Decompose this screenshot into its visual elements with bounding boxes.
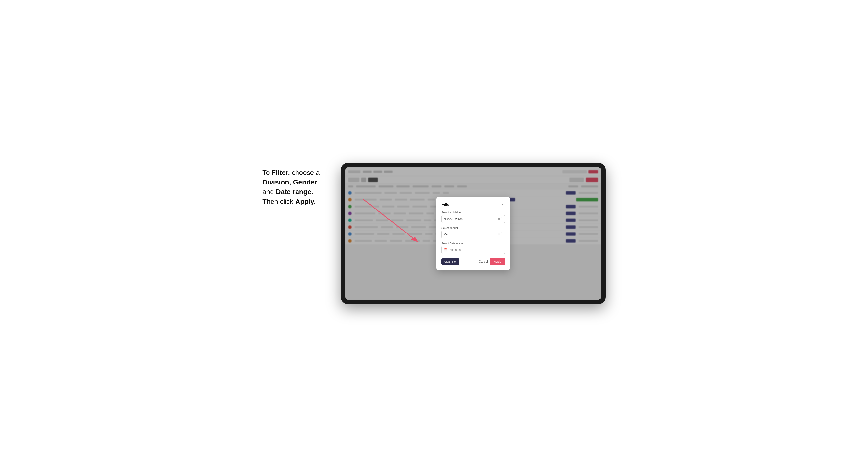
division-arrow-icon: ⌃⌄ <box>501 216 503 222</box>
instruction-bold4: Apply. <box>295 198 316 205</box>
date-range-input[interactable]: 📅 Pick a date <box>441 246 505 254</box>
division-select-actions: × ⌃⌄ <box>498 216 503 222</box>
gender-group: Select gender Men × ⌃⌄ <box>441 226 505 239</box>
division-select-value: NCAA Division I <box>443 217 464 221</box>
date-label: Select Date range <box>441 242 505 245</box>
filter-modal: Filter × Select a division NCAA Division… <box>436 197 510 270</box>
gender-select[interactable]: Men × ⌃⌄ <box>441 230 505 239</box>
tablet-wrapper: Filter × Select a division NCAA Division… <box>341 163 606 304</box>
tablet-device: Filter × Select a division NCAA Division… <box>341 163 606 304</box>
page-layout: To Filter, choose a Division, Gender and… <box>262 163 606 304</box>
modal-title: Filter <box>441 203 451 207</box>
tablet-screen: Filter × Select a division NCAA Division… <box>345 167 601 300</box>
modal-header: Filter × <box>441 202 505 207</box>
modal-overlay: Filter × Select a division NCAA Division… <box>345 167 601 300</box>
gender-label: Select gender <box>441 226 505 229</box>
modal-footer: Clear filter Cancel Apply <box>441 258 505 265</box>
instruction-bold2: Division, Gender <box>262 178 317 186</box>
cancel-button[interactable]: Cancel <box>479 260 488 263</box>
footer-right: Cancel Apply <box>479 258 505 265</box>
instruction-text: To Filter, choose a Division, Gender and… <box>262 163 336 206</box>
gender-select-value: Men <box>443 233 449 236</box>
division-label: Select a division <box>441 211 505 214</box>
division-clear-icon[interactable]: × <box>498 217 500 221</box>
gender-arrow-icon: ⌃⌄ <box>501 232 503 237</box>
gender-clear-icon[interactable]: × <box>498 233 500 236</box>
apply-button[interactable]: Apply <box>490 258 505 265</box>
division-select[interactable]: NCAA Division I × ⌃⌄ <box>441 215 505 223</box>
gender-select-actions: × ⌃⌄ <box>498 232 503 237</box>
date-group: Select Date range 📅 Pick a date <box>441 242 505 254</box>
date-placeholder: Pick a date <box>449 248 463 252</box>
clear-filter-button[interactable]: Clear filter <box>441 258 460 265</box>
instruction-bold3: Date range. <box>276 188 313 195</box>
calendar-icon: 📅 <box>443 248 447 252</box>
instruction-bold1: Filter, <box>272 169 290 177</box>
modal-close-button[interactable]: × <box>500 202 505 207</box>
division-group: Select a division NCAA Division I × ⌃⌄ <box>441 211 505 223</box>
instruction-line1: To Filter, choose a Division, Gender and… <box>262 169 319 205</box>
